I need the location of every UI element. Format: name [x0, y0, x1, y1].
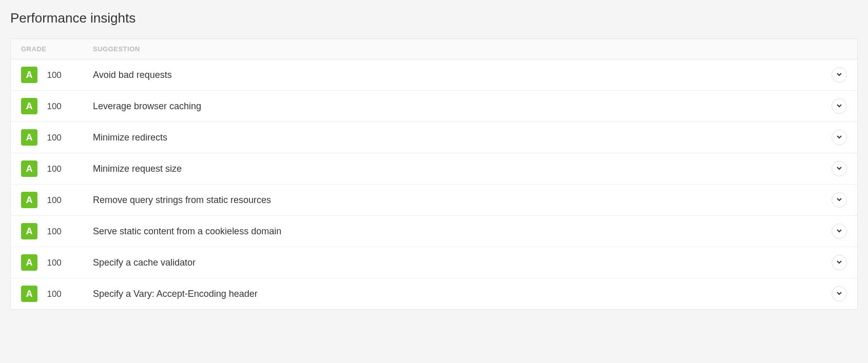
grade-cell: A 100: [21, 254, 93, 271]
grade-score: 100: [47, 258, 61, 268]
expand-button[interactable]: [832, 255, 847, 270]
table-row[interactable]: A 100 Minimize redirects: [11, 122, 857, 153]
table-row[interactable]: A 100 Serve static content from a cookie…: [11, 216, 857, 247]
expand-button[interactable]: [832, 161, 847, 176]
table-row[interactable]: A 100 Avoid bad requests: [11, 59, 857, 91]
chevron-down-icon: [836, 290, 842, 298]
grade-badge: A: [21, 223, 37, 239]
suggestion-label: Leverage browser caching: [93, 101, 832, 112]
grade-badge: A: [21, 129, 37, 146]
grade-cell: A 100: [21, 223, 93, 239]
table-row[interactable]: A 100 Specify a Vary: Accept-Encoding he…: [11, 278, 857, 309]
page-title: Performance insights: [10, 10, 858, 26]
suggestion-label: Minimize redirects: [93, 132, 832, 143]
table-row[interactable]: A 100 Minimize request size: [11, 153, 857, 185]
table-row[interactable]: A 100 Specify a cache validator: [11, 247, 857, 278]
chevron-down-icon: [836, 134, 842, 142]
grade-score: 100: [47, 133, 61, 143]
grade-column-header: GRADE: [21, 45, 93, 53]
expand-button[interactable]: [832, 67, 847, 83]
chevron-down-icon: [836, 165, 842, 173]
suggestion-label: Remove query strings from static resourc…: [93, 195, 832, 206]
grade-score: 100: [47, 195, 61, 205]
grade-cell: A 100: [21, 67, 93, 83]
grade-cell: A 100: [21, 129, 93, 146]
suggestion-label: Specify a cache validator: [93, 257, 832, 268]
grade-cell: A 100: [21, 286, 93, 302]
grade-cell: A 100: [21, 98, 93, 114]
grade-badge: A: [21, 286, 37, 302]
grade-score: 100: [47, 289, 61, 299]
grade-badge: A: [21, 67, 37, 83]
chevron-down-icon: [836, 196, 842, 204]
grade-score: 100: [47, 164, 61, 174]
expand-button[interactable]: [832, 224, 847, 239]
grade-score: 100: [47, 70, 61, 80]
suggestion-label: Serve static content from a cookieless d…: [93, 226, 832, 237]
grade-cell: A 100: [21, 160, 93, 177]
grade-score: 100: [47, 227, 61, 236]
expand-button[interactable]: [832, 130, 847, 145]
insights-table: GRADE SUGGESTION A 100 Avoid bad request…: [10, 38, 858, 310]
chevron-down-icon: [836, 228, 842, 235]
chevron-down-icon: [836, 259, 842, 267]
chevron-down-icon: [836, 71, 842, 79]
grade-score: 100: [47, 102, 61, 111]
suggestion-label: Avoid bad requests: [93, 70, 832, 80]
suggestion-label: Minimize request size: [93, 164, 832, 174]
grade-badge: A: [21, 160, 37, 177]
grade-badge: A: [21, 98, 37, 114]
expand-button[interactable]: [832, 98, 847, 114]
expand-button[interactable]: [832, 192, 847, 208]
table-row[interactable]: A 100 Remove query strings from static r…: [11, 185, 857, 216]
table-header: GRADE SUGGESTION: [11, 39, 857, 59]
grade-badge: A: [21, 192, 37, 208]
grade-cell: A 100: [21, 192, 93, 208]
chevron-down-icon: [836, 103, 842, 110]
grade-badge: A: [21, 254, 37, 271]
table-row[interactable]: A 100 Leverage browser caching: [11, 91, 857, 122]
expand-button[interactable]: [832, 286, 847, 301]
suggestion-label: Specify a Vary: Accept-Encoding header: [93, 289, 832, 299]
suggestion-column-header: SUGGESTION: [93, 45, 847, 53]
